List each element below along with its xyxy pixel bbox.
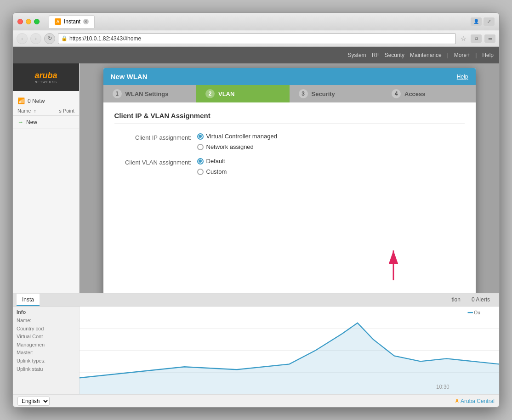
expand-icon[interactable]: ⤢	[484, 17, 495, 26]
tab-view-icon[interactable]: ⧉	[471, 34, 482, 43]
svg-text:Ou: Ou	[474, 309, 480, 315]
aruba-central-link[interactable]: A Aruba Central	[455, 398, 495, 404]
step-2-number: 2	[205, 89, 215, 98]
radio-network-assigned[interactable]: Network assigned	[197, 143, 277, 150]
client-vlan-options: Default Custom	[197, 158, 227, 175]
radio-default[interactable]: Default	[197, 158, 227, 165]
wizard-steps: 1 WLAN Settings 2 VLAN 3 Security	[103, 85, 476, 102]
browser-tab[interactable]: A Instant ✕	[49, 15, 95, 28]
radio-default-label: Default	[206, 158, 225, 165]
menu-icon[interactable]: ☰	[484, 34, 495, 43]
nav-system[interactable]: System	[348, 52, 366, 58]
bottom-panel: Insta tion 0 Alerts Info Name: Country c…	[13, 293, 499, 394]
info-row-name: Name:	[17, 317, 75, 325]
client-ip-row: Client IP assignment: Virtual Controller…	[114, 133, 465, 150]
bookmark-icon[interactable]: ☆	[459, 34, 468, 43]
radio-na-input[interactable]	[197, 144, 204, 150]
aruba-logo-icon: A	[455, 398, 459, 403]
step-2-label: VLAN	[218, 91, 234, 97]
new-item-label: New	[26, 119, 37, 125]
svg-text:10:30: 10:30	[436, 384, 449, 390]
nav-security[interactable]: Security	[385, 52, 404, 58]
back-nav-button[interactable]: ‹	[17, 33, 28, 44]
arrow-annotation	[380, 246, 407, 284]
address-bar[interactable]: 🔒 https://10.0.1.82:4343/#home	[58, 33, 456, 44]
minimize-button[interactable]	[26, 19, 31, 24]
bottom-tab-instant-label: Insta	[22, 296, 34, 303]
sidebar-new-item[interactable]: → New	[13, 116, 79, 129]
language-selector[interactable]: English	[17, 397, 50, 406]
client-vlan-row: Client VLAN assignment: Default Custom	[114, 158, 465, 175]
nav-rf[interactable]: RF	[372, 52, 379, 58]
bottom-tabs: Insta tion 0 Alerts	[13, 294, 499, 306]
nav-maintenance[interactable]: Maintenance	[410, 52, 442, 58]
bottom-content: Info Name: Country cod Virtual Cont Mana…	[13, 306, 499, 394]
app-header: System RF Security Maintenance | More+ |…	[13, 47, 499, 63]
bottom-tab-instant[interactable]: Insta	[17, 294, 40, 306]
language-dropdown[interactable]: English	[17, 397, 50, 406]
bottom-tab-action[interactable]: tion	[446, 294, 466, 306]
chart-svg: 10:30 Ou	[80, 306, 499, 394]
info-row-country: Country cod	[17, 325, 75, 333]
info-row-vc: Virtual Cont	[17, 333, 75, 341]
wizard-step-4[interactable]: 4 Access	[382, 85, 476, 102]
wifi-icon: 📶	[17, 97, 25, 104]
logo-sub: NETWORKS	[34, 80, 57, 84]
modal-help-link[interactable]: Help	[457, 74, 468, 80]
user-icon[interactable]: 👤	[471, 17, 482, 26]
tab-label: Instant	[64, 18, 80, 25]
info-row-uplink-type: Uplink types:	[17, 357, 75, 365]
step-1-number: 1	[113, 89, 122, 98]
maximize-button[interactable]	[34, 19, 40, 24]
radio-custom[interactable]: Custom	[197, 168, 227, 175]
step-4-label: Access	[404, 91, 426, 97]
info-row-uplink-status: Uplink statu	[17, 365, 75, 374]
radio-vc-label: Virtual Controller managed	[206, 133, 277, 140]
step-1-label: WLAN Settings	[125, 91, 169, 97]
client-ip-label: Client IP assignment:	[114, 133, 197, 141]
step-3-number: 3	[299, 89, 308, 98]
chart-area: 10:30 Ou	[80, 306, 499, 394]
url-text: https://10.0.1.82:4343/#home	[69, 35, 141, 42]
modal-content-spacer	[114, 182, 465, 293]
sidebar-item-networks[interactable]: 📶 0 Netw	[13, 95, 79, 107]
name-column-header: Name	[17, 108, 31, 114]
nav-more[interactable]: More+	[454, 52, 470, 58]
nav-help[interactable]: Help	[482, 52, 494, 58]
sidebar-section: 📶 0 Netw Name ↑ s Point → New	[13, 91, 79, 132]
refresh-button[interactable]: ↻	[44, 33, 55, 44]
radio-default-input[interactable]	[197, 158, 204, 165]
sort-icon: ↑	[34, 108, 36, 114]
radio-custom-label: Custom	[206, 168, 227, 175]
info-row-master: Master:	[17, 349, 75, 357]
section-title: Client IP & VLAN Assignment	[114, 112, 465, 124]
bottom-tab-alerts[interactable]: 0 Alerts	[466, 294, 495, 306]
wizard-step-1[interactable]: 1 WLAN Settings	[103, 85, 197, 102]
modal-body: Client IP & VLAN Assignment Client IP as…	[103, 102, 476, 293]
info-panel: Info Name: Country cod Virtual Cont Mana…	[13, 306, 80, 394]
new-item-arrow: →	[17, 119, 23, 125]
tab-close-button[interactable]: ✕	[83, 19, 89, 24]
close-button[interactable]	[17, 19, 23, 24]
wizard-step-2[interactable]: 2 VLAN	[196, 85, 290, 102]
wizard-step-3[interactable]: 3 Security	[290, 85, 383, 102]
new-wlan-modal: New WLAN Help 1 WLAN Settings 2 VLAN	[103, 68, 476, 293]
status-bar: English A Aruba Central	[13, 394, 499, 407]
radio-na-label: Network assigned	[206, 143, 254, 150]
tab-bar: A Instant ✕	[49, 15, 466, 28]
browser-toolbar: ‹ › ↻ 🔒 https://10.0.1.82:4343/#home ☆ ⧉…	[13, 30, 499, 47]
radio-virtual-controller[interactable]: Virtual Controller managed	[197, 133, 277, 140]
https-icon: 🔒	[61, 35, 68, 41]
step-3-label: Security	[312, 91, 335, 97]
radio-vc-input[interactable]	[197, 133, 204, 140]
network-count-label: 0 Netw	[28, 98, 45, 104]
info-row-mgmt: Managemen	[17, 341, 75, 349]
forward-nav-button[interactable]: ›	[30, 33, 41, 44]
app-logo: aruba NETWORKS	[13, 63, 79, 91]
window-controls: 👤 ⤢	[471, 17, 495, 26]
aruba-central-label: Aruba Central	[461, 398, 495, 404]
app-nav-right: System RF Security Maintenance | More+ |…	[348, 52, 494, 58]
bottom-action-label: tion	[452, 296, 461, 303]
radio-custom-input[interactable]	[197, 169, 204, 175]
step-4-number: 4	[392, 89, 401, 98]
